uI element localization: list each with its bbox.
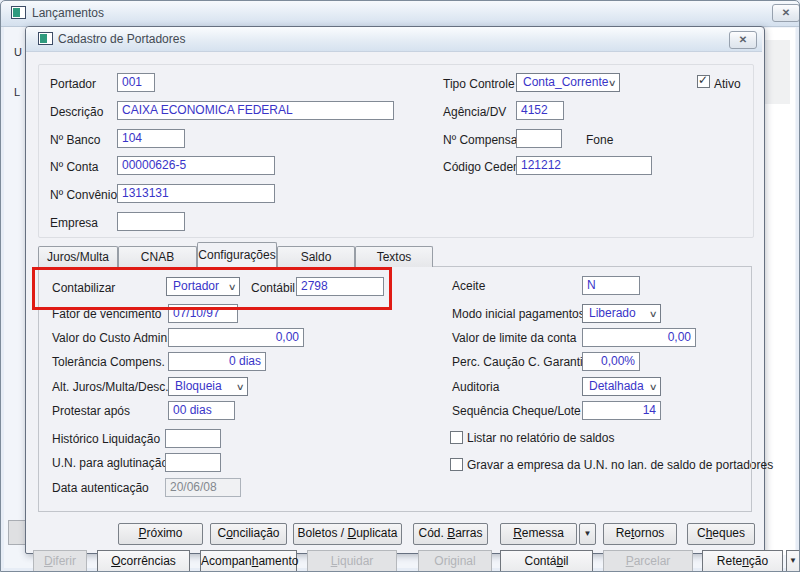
contabil-button[interactable]: Contábil: [500, 550, 593, 572]
tipo-controle-select[interactable]: Conta_Corrente∨: [516, 73, 620, 92]
cheques-button[interactable]: Cheques: [687, 523, 755, 545]
acompanhamento-button[interactable]: Acompanhamento: [200, 550, 297, 572]
tab-juros-multa[interactable]: Juros/Multa: [38, 246, 118, 267]
remessa-button[interactable]: Remessa: [500, 523, 577, 545]
lancamentos-window: Lançamentos ✕ U L Diferir Ocorrências Ac…: [0, 0, 800, 572]
contabil-field[interactable]: 2798: [296, 277, 384, 296]
liquidar-button: Liquidar: [307, 550, 397, 572]
window-close-button[interactable]: ✕: [772, 4, 800, 22]
boletos-duplicata-button[interactable]: Boletos / Duplicata: [293, 523, 402, 545]
contabilizar-select[interactable]: Portador∨: [166, 277, 240, 296]
check-icon: ✓: [698, 73, 708, 87]
dialog-close-button[interactable]: ✕: [729, 31, 757, 49]
ocorrencias-button[interactable]: Ocorrências: [97, 550, 190, 572]
remessa-menu-button[interactable]: ▼: [579, 523, 596, 545]
tab-configuracoes[interactable]: Configurações: [197, 242, 277, 268]
portador-label: Portador: [50, 77, 96, 91]
contabil-label: Contábil: [251, 281, 295, 295]
empresa-label: Empresa: [50, 216, 98, 230]
retencao-menu-button[interactable]: ▼: [786, 550, 800, 572]
tab-textos[interactable]: Textos: [355, 246, 433, 267]
descricao-label: Descrição: [50, 105, 103, 119]
tipo-controle-label: Tipo Controle: [443, 77, 515, 91]
window-title: Lançamentos: [32, 6, 104, 20]
fone-label: Fone: [586, 133, 613, 147]
chevron-down-icon: ∨: [608, 75, 617, 92]
agencia-dv-label: Agência/DV: [443, 105, 506, 119]
dialog-title: Cadastro de Portadores: [58, 32, 185, 46]
codigo-cedente-field[interactable]: 121212: [516, 156, 652, 175]
scrollbar-fragment[interactable]: [765, 40, 790, 104]
numero-conta-field[interactable]: 00000626-5: [117, 156, 275, 175]
agencia-dv-field[interactable]: 4152: [516, 101, 564, 120]
contabilizar-label: Contabilizar: [52, 281, 115, 295]
window-titlebar: Lançamentos: [0, 0, 800, 27]
ativo-checkbox[interactable]: ✓: [697, 75, 710, 88]
numero-banco-label: Nº Banco: [50, 133, 100, 147]
chevron-down-icon: ∨: [228, 279, 237, 296]
numero-convenio-label: Nº Convênio: [50, 188, 117, 202]
tab-saldo[interactable]: Saldo: [277, 246, 355, 267]
diferir-button: Diferir: [33, 550, 87, 572]
proximo-button[interactable]: Próximo: [118, 523, 203, 545]
numero-convenio-field[interactable]: 1313131: [117, 184, 275, 203]
parcelar-button: Parcelar: [603, 550, 693, 572]
tab-cnab[interactable]: CNAB: [118, 246, 197, 267]
retencao-button[interactable]: Retenção: [702, 550, 783, 572]
window-content-right: [763, 28, 795, 555]
conciliacao-button[interactable]: Conciliação: [210, 523, 287, 545]
menu-arrow-icon: ▼: [584, 529, 592, 538]
occluded-label-fragment: U: [14, 46, 23, 58]
close-icon: ✕: [739, 34, 747, 45]
close-icon: ✕: [782, 7, 790, 18]
numero-conta-label: Nº Conta: [50, 160, 98, 174]
occluded-label-fragment: L: [14, 86, 23, 98]
configuracoes-tabpage: [38, 266, 752, 512]
empresa-field[interactable]: [117, 212, 185, 231]
cod-barras-button[interactable]: Cód. Barras: [413, 523, 488, 545]
menu-arrow-icon: ▼: [789, 556, 797, 565]
dialog-titlebar: Cadastro de Portadores: [26, 27, 762, 52]
portador-field[interactable]: 001: [117, 73, 155, 92]
ativo-label: Ativo: [714, 77, 741, 91]
numero-banco-field[interactable]: 104: [117, 129, 185, 148]
retornos-button[interactable]: Retornos: [603, 523, 677, 545]
descricao-field[interactable]: CAIXA ECONOMICA FEDERAL: [117, 101, 394, 120]
dialog-icon: [38, 32, 53, 45]
app-icon: [11, 6, 26, 19]
numero-compensacao-field[interactable]: [516, 129, 562, 148]
original-button: Original: [418, 550, 492, 572]
cadastro-dialog: Cadastro de Portadores ✕ Portador 001 De…: [25, 26, 765, 554]
